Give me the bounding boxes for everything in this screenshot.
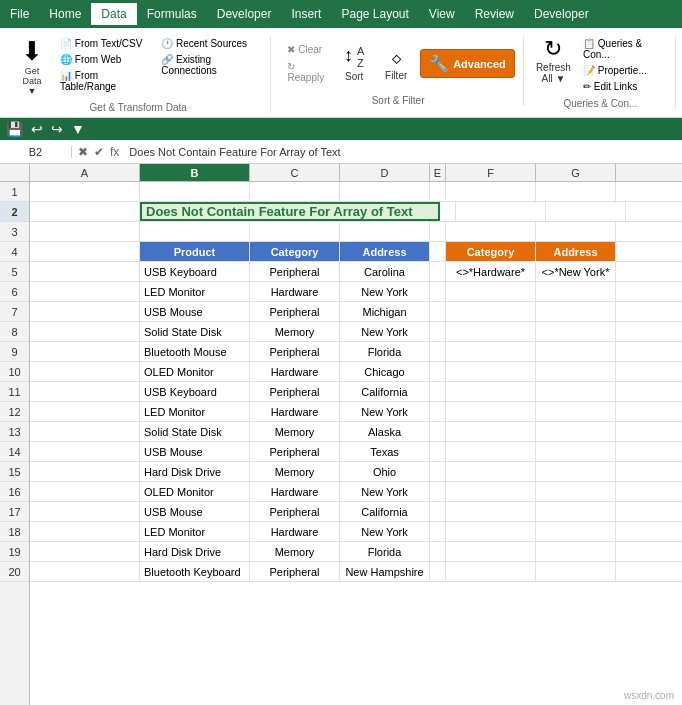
filter-btn[interactable]: ⬦ Filter [378,44,414,83]
grid-cell-c5[interactable]: Peripheral [250,262,340,281]
grid-cell-f3[interactable] [446,222,536,241]
grid-cell-f5-criteria[interactable]: <>*Hardware* [446,262,536,281]
grid-cell-b19[interactable]: Hard Disk Drive [140,542,250,561]
qa-undo[interactable]: ↩ [29,121,45,137]
grid-cell-a6[interactable] [30,282,140,301]
grid-cell-b14[interactable]: USB Mouse [140,442,250,461]
grid-cell-e3[interactable] [430,222,446,241]
grid-cell-a3[interactable] [30,222,140,241]
grid-cell-d3[interactable] [340,222,430,241]
grid-cell-b12[interactable]: LED Monitor [140,402,250,421]
grid-cell-g4-criteria-header[interactable]: Address [536,242,616,261]
grid-cell-a4[interactable] [30,242,140,261]
reapply-btn[interactable]: ↻ Reapply [281,59,330,85]
grid-cell-b5[interactable]: USB Keyboard [140,262,250,281]
grid-cell-c16[interactable]: Hardware [250,482,340,501]
get-data-btn[interactable]: ⬇ GetData ▼ [14,36,50,98]
grid-cell-b15[interactable]: Hard Disk Drive [140,462,250,481]
sort-btn[interactable]: ↕AZ Sort [336,43,372,84]
col-header-g[interactable]: G [536,164,616,181]
grid-cell-c13[interactable]: Memory [250,422,340,441]
grid-cell-c14[interactable]: Peripheral [250,442,340,461]
grid-cell-c9[interactable]: Peripheral [250,342,340,361]
grid-cell-c18[interactable]: Hardware [250,522,340,541]
grid-cell-c12[interactable]: Hardware [250,402,340,421]
grid-cell-e2[interactable] [440,202,456,221]
grid-cell-c17[interactable]: Peripheral [250,502,340,521]
properties-btn[interactable]: 📝 Propertie... [577,63,667,78]
grid-cell-g3[interactable] [536,222,616,241]
menu-home[interactable]: Home [39,3,91,25]
name-box[interactable]: B2 [0,146,72,158]
grid-cell-b2-title[interactable]: Does Not Contain Feature For Array of Te… [140,202,440,221]
menu-insert[interactable]: Insert [281,3,331,25]
from-table-btn[interactable]: 📊 From Table/Range [54,68,151,94]
grid-cell-b18[interactable]: LED Monitor [140,522,250,541]
cancel-formula-icon[interactable]: ✖ [76,145,90,159]
grid-cell-a2[interactable] [30,202,140,221]
menu-developer[interactable]: Developer [207,3,282,25]
qa-dropdown[interactable]: ▼ [69,121,87,137]
grid-cell-c4-header[interactable]: Category [250,242,340,261]
grid-cell-c1[interactable] [250,182,340,201]
confirm-formula-icon[interactable]: ✔ [92,145,106,159]
grid-cell-d18[interactable]: New York [340,522,430,541]
grid-cell-b6[interactable]: LED Monitor [140,282,250,301]
col-header-e[interactable]: E [430,164,446,181]
grid-cell-c7[interactable]: Peripheral [250,302,340,321]
grid-cell-d13[interactable]: Alaska [340,422,430,441]
grid-cell-d4-header[interactable]: Address [340,242,430,261]
grid-cell-g2[interactable] [546,202,626,221]
grid-cell-g5-criteria[interactable]: <>*New York* [536,262,616,281]
grid-cell-b4-header[interactable]: Product [140,242,250,261]
col-header-d[interactable]: D [340,164,430,181]
grid-cell-d5[interactable]: Carolina [340,262,430,281]
grid-cell-e4[interactable] [430,242,446,261]
grid-cell-a1[interactable] [30,182,140,201]
clear-btn[interactable]: ✖ Clear [281,42,330,57]
grid-cell-d1[interactable] [340,182,430,201]
function-icon[interactable]: fx [108,145,121,159]
grid-cell-e5[interactable] [430,262,446,281]
grid-cell-d6[interactable]: New York [340,282,430,301]
col-header-a[interactable]: A [30,164,140,181]
grid-cell-f1[interactable] [446,182,536,201]
queries-connections-btn[interactable]: 📋 Queries & Con... [577,36,667,62]
qa-redo[interactable]: ↪ [49,121,65,137]
grid-cell-c19[interactable]: Memory [250,542,340,561]
grid-cell-b7[interactable]: USB Mouse [140,302,250,321]
grid-cell-d17[interactable]: California [340,502,430,521]
qa-save[interactable]: 💾 [4,121,25,137]
menu-view[interactable]: View [419,3,465,25]
grid-cell-c6[interactable]: Hardware [250,282,340,301]
grid-cell-c8[interactable]: Memory [250,322,340,341]
grid-cell-d10[interactable]: Chicago [340,362,430,381]
grid-cell-b9[interactable]: Bluetooth Mouse [140,342,250,361]
menu-formulas[interactable]: Formulas [137,3,207,25]
grid-cell-c10[interactable]: Hardware [250,362,340,381]
grid-cell-b20[interactable]: Bluetooth Keyboard [140,562,250,581]
grid-cell-c20[interactable]: Peripheral [250,562,340,581]
menu-data[interactable]: Data [91,3,136,25]
advanced-btn[interactable]: 🔧 Advanced [420,49,515,78]
col-header-b[interactable]: B [140,164,250,181]
menu-page-layout[interactable]: Page Layout [331,3,418,25]
grid-cell-f2[interactable] [456,202,546,221]
grid-cell-c3[interactable] [250,222,340,241]
grid-cell-f4-criteria-header[interactable]: Category [446,242,536,261]
grid-cell-b3[interactable] [140,222,250,241]
col-header-f[interactable]: F [446,164,536,181]
grid-cell-b16[interactable]: OLED Monitor [140,482,250,501]
grid-cell-e1[interactable] [430,182,446,201]
menu-review[interactable]: Review [465,3,524,25]
grid-cell-d11[interactable]: California [340,382,430,401]
recent-sources-btn[interactable]: 🕐 Recent Sources [155,36,262,51]
grid-cell-d12[interactable]: New York [340,402,430,421]
grid-cell-b11[interactable]: USB Keyboard [140,382,250,401]
refresh-all-btn[interactable]: ↻ RefreshAll ▼ [534,36,573,86]
from-text-csv-btn[interactable]: 📄 From Text/CSV [54,36,151,51]
grid-cell-d7[interactable]: Michigan [340,302,430,321]
menu-file[interactable]: File [0,3,39,25]
existing-connections-btn[interactable]: 🔗 Existing Connections [155,52,262,78]
grid-cell-b10[interactable]: OLED Monitor [140,362,250,381]
